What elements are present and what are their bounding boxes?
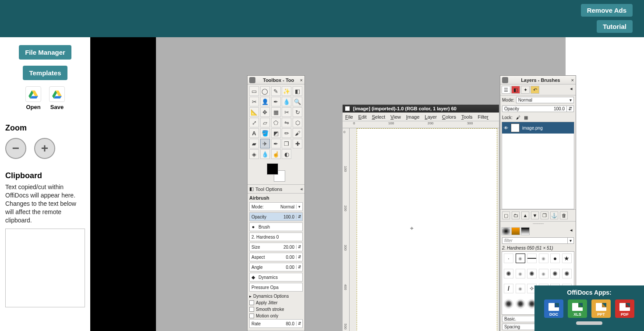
mode-dropdown-icon[interactable]: ▾ [296,204,302,209]
brush-swatch[interactable] [527,269,537,278]
menu-tools[interactable]: Tools [461,114,473,120]
foreground-select-tool[interactable]: 👤 [260,97,270,106]
dock-menu-icon[interactable]: ◂ [568,227,574,235]
brush-swatch[interactable] [516,254,525,263]
templates-button[interactable]: Templates [23,66,67,80]
dynamics-options-expander[interactable]: Dynamics Options [253,294,289,299]
pencil-tool[interactable]: ✏ [282,128,291,138]
patterns-tab-icon[interactable] [511,227,520,235]
menu-layer[interactable]: Layer [425,114,437,120]
rotate-tool[interactable]: ↻ [293,107,302,117]
visibility-eye-icon[interactable]: 👁 [504,126,508,130]
cage-tool[interactable]: ⬡ [293,118,302,127]
size-value[interactable]: 20.00 [279,245,296,250]
airbrush-tool[interactable]: ✈ [260,139,270,148]
layer-item[interactable]: 👁 image.png [502,122,574,134]
zoom-out-button[interactable]: − [5,138,26,159]
menu-filters[interactable]: Filter [478,114,488,120]
zoom-in-button[interactable]: + [34,138,55,159]
lock-alpha-icon[interactable]: ▦ [523,114,529,120]
brush-swatch[interactable] [539,254,548,263]
brush-swatch[interactable] [504,284,513,293]
rect-select-tool[interactable]: ▭ [249,86,259,96]
app-ppt-icon[interactable]: PPT [591,299,611,318]
gdrive-save-icon[interactable] [49,86,65,102]
text-tool[interactable]: A [249,128,259,138]
brush-swatch[interactable] [504,299,513,309]
free-select-tool[interactable]: ✎ [271,86,281,96]
lower-layer-icon[interactable]: ▼ [531,211,539,219]
duplicate-layer-icon[interactable]: ❐ [541,211,548,219]
color-select-tool[interactable]: ◧ [293,86,302,96]
menu-colors[interactable]: Colors [442,114,456,120]
rate-value[interactable]: 80.0 [279,321,296,326]
brush-swatch[interactable] [516,299,525,309]
brush-swatch[interactable] [516,269,525,278]
perspective-clone-tool[interactable]: ◈ [249,149,259,159]
paths-tab-icon[interactable]: ✦ [521,86,530,94]
brush-swatch[interactable] [562,269,572,278]
paths-tool[interactable]: ✒ [271,97,281,106]
blur-tool[interactable]: 💧 [260,149,270,159]
layers-opacity-value[interactable]: 100.0 [552,106,566,111]
measure-tool[interactable]: 📐 [249,107,259,117]
apply-jitter-checkbox[interactable] [249,300,254,305]
eraser-tool[interactable]: ▰ [249,139,259,148]
dock-menu-icon[interactable]: ◂ [568,86,574,94]
move-tool[interactable]: ✥ [260,107,270,117]
scissors-tool[interactable]: ✂ [249,97,259,106]
smudge-tool[interactable]: ☝ [271,149,281,159]
brush-swatch[interactable] [550,254,560,263]
delete-layer-icon[interactable]: 🗑 [560,211,568,219]
tool-options-tab[interactable]: Tool Options [255,187,282,192]
close-icon[interactable]: × [300,77,303,83]
menu-image[interactable]: Image [406,114,420,120]
aspect-stepper-icon[interactable]: ⇵ [296,255,302,259]
brush-swatch[interactable] [516,284,525,293]
lock-pixels-icon[interactable]: 🖌 [515,114,521,120]
smooth-stroke-checkbox[interactable] [249,307,254,312]
dynamics-value[interactable]: Pressure Opa [250,285,302,290]
opacity-stepper-icon[interactable]: ⇵ [566,106,573,112]
brush-swatch[interactable] [527,254,537,263]
crop-tool[interactable]: ✂ [282,107,291,117]
raise-layer-icon[interactable]: ▲ [521,211,529,219]
opacity-value[interactable]: 100.0 [279,215,296,219]
rate-stepper-icon[interactable]: ⇵ [296,321,302,326]
mode-value[interactable]: Normal [279,204,296,209]
layer-group-icon[interactable]: 🗀 [512,211,520,219]
paintbrush-tool[interactable]: 🖌 [293,128,302,138]
flip-tool[interactable]: ⇋ [282,118,291,127]
close-icon[interactable]: × [571,77,574,83]
angle-stepper-icon[interactable]: ⇵ [296,265,302,269]
opacity-stepper-icon[interactable]: ⇵ [296,215,302,219]
gradients-tab-icon[interactable] [521,227,530,235]
dock-menu-icon[interactable]: ◂ [300,186,303,192]
color-picker-tool[interactable]: 💧 [282,97,291,106]
shear-tool[interactable]: ▱ [260,118,270,127]
clipboard-textarea[interactable] [5,229,85,307]
tutorial-button[interactable]: Tutorial [597,20,633,33]
fuzzy-select-tool[interactable]: ✨ [282,86,291,96]
apps-scrollbar[interactable] [576,321,602,325]
toolbox-titlebar[interactable]: Toolbox - Too × [248,76,304,85]
app-pdf-icon[interactable]: PDF [615,299,634,318]
zoom-tool[interactable]: 🔍 [293,97,302,106]
clone-tool[interactable]: ❐ [282,139,291,148]
angle-value[interactable]: 0.00 [279,265,296,270]
channels-tab-icon[interactable]: ◧ [511,86,520,94]
undo-tab-icon[interactable]: ↶ [531,86,539,94]
app-doc-icon[interactable]: DOC [544,299,563,318]
brush-swatch[interactable]: · [504,254,513,263]
brushes-tab-icon[interactable] [502,227,510,235]
align-tool[interactable]: ▦ [271,107,281,117]
brush-swatch[interactable] [504,269,513,278]
brush-swatch[interactable] [550,269,560,278]
bucket-fill-tool[interactable]: 🪣 [260,128,270,138]
fg-bg-swatch[interactable] [267,163,285,182]
menu-view[interactable]: View [390,114,401,120]
layers-titlebar[interactable]: Layers - Brushes × [500,76,576,85]
layers-tab-icon[interactable]: ☰ [502,86,510,94]
canvas-area[interactable]: ⌖ [350,128,499,331]
scale-tool[interactable]: ⤢ [249,118,259,127]
